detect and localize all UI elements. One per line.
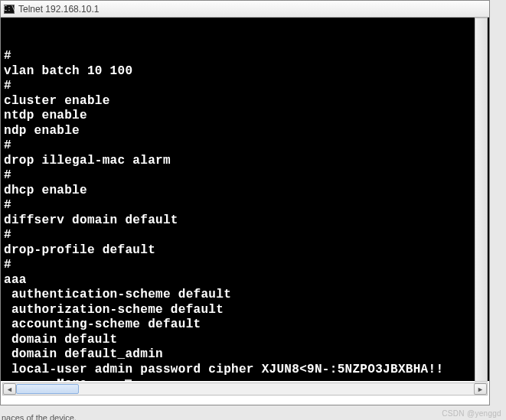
terminal-cursor [125, 379, 132, 381]
terminal-line: authorization-scheme default [4, 303, 486, 318]
watermark: CSDN @yenggd [442, 409, 501, 418]
terminal-line: authentication-scheme default [4, 288, 486, 303]
terminal-line: accounting-scheme default [4, 317, 486, 333]
terminal-line: cluster enable [4, 94, 486, 109]
partial-text: naces of the device. [2, 413, 77, 420]
terminal-output[interactable]: #vlan batch 10 100#cluster enablentdp en… [1, 18, 489, 381]
scroll-right-button[interactable]: ► [474, 383, 487, 395]
title-bar[interactable]: C:\ Telnet 192.168.10.1 [1, 1, 489, 18]
horizontal-scrollbar[interactable]: ◄ ► [2, 383, 488, 396]
terminal-line: dhcp enable [4, 184, 486, 199]
terminal-line: vlan batch 10 100 [4, 64, 486, 80]
telnet-window: C:\ Telnet 192.168.10.1 #vlan batch 10 1… [0, 0, 490, 405]
scrollbar-thumb[interactable] [16, 384, 79, 394]
terminal-line: ndp enable [4, 124, 486, 139]
terminal-line: aaa [4, 273, 486, 288]
terminal-line: # [4, 258, 486, 273]
terminal-line: drop-profile default [4, 243, 486, 259]
terminal-line: domain default_admin [4, 347, 486, 363]
terminal-line: # [4, 138, 486, 154]
terminal-line: domain default [4, 333, 486, 348]
terminal-line: # [4, 49, 486, 64]
terminal-line: # [4, 198, 486, 213]
terminal-line: drop illegal-mac alarm [4, 154, 486, 169]
cmd-icon: C:\ [4, 5, 15, 14]
vertical-scrollbar[interactable] [475, 18, 488, 382]
terminal-line: ntdp enable [4, 109, 486, 124]
more-prompt: ---- More ---- [4, 377, 125, 381]
terminal-line: # [4, 79, 486, 94]
terminal-line: # [4, 168, 486, 184]
window-title: Telnet 192.168.10.1 [18, 4, 99, 15]
terminal-line: local-user admin password cipher XJUN8<9… [4, 363, 486, 378]
terminal-line: diffserv domain default [4, 213, 486, 229]
scroll-left-button[interactable]: ◄ [3, 383, 16, 395]
terminal-line: # [4, 228, 486, 243]
scrollbar-track[interactable] [16, 383, 474, 395]
